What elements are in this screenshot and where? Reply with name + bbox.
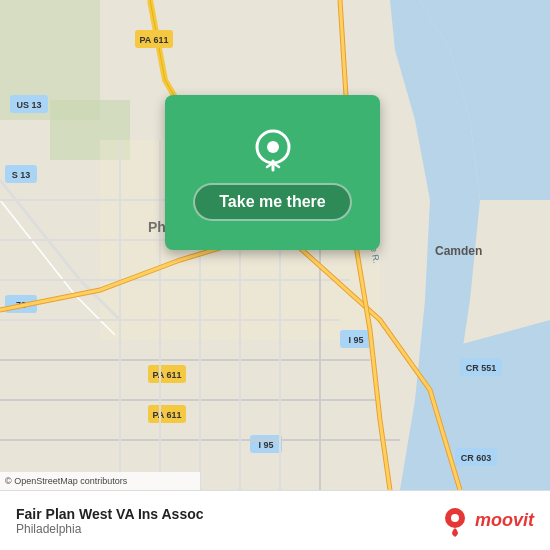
location-city: Philadelphia bbox=[16, 522, 204, 536]
moovit-logo: moovit bbox=[439, 505, 534, 537]
svg-text:I 95: I 95 bbox=[348, 335, 363, 345]
navigation-card: Take me there bbox=[165, 95, 380, 250]
svg-text:CR 551: CR 551 bbox=[466, 363, 497, 373]
svg-text:I 95: I 95 bbox=[258, 440, 273, 450]
moovit-brand-text: moovit bbox=[475, 510, 534, 531]
svg-text:Camden: Camden bbox=[435, 244, 482, 258]
svg-text:US 13: US 13 bbox=[16, 100, 41, 110]
svg-text:PA 611: PA 611 bbox=[139, 35, 168, 45]
svg-text:© OpenStreetMap contributors: © OpenStreetMap contributors bbox=[5, 476, 128, 486]
svg-text:S 13: S 13 bbox=[12, 170, 31, 180]
bottom-bar: Fair Plan West VA Ins Assoc Philadelphia… bbox=[0, 490, 550, 550]
location-info: Fair Plan West VA Ins Assoc Philadelphia bbox=[16, 506, 204, 536]
svg-point-47 bbox=[451, 514, 459, 522]
location-name: Fair Plan West VA Ins Assoc bbox=[16, 506, 204, 522]
map-container: PA 611 PA 611 PA 611 PA 611 US 13 S 13 I… bbox=[0, 0, 550, 490]
location-pin-icon bbox=[249, 125, 297, 173]
svg-text:CR 603: CR 603 bbox=[461, 453, 492, 463]
take-me-there-button[interactable]: Take me there bbox=[193, 183, 351, 221]
svg-point-45 bbox=[267, 141, 279, 153]
svg-text:PA 611: PA 611 bbox=[152, 410, 181, 420]
moovit-icon bbox=[439, 505, 471, 537]
svg-text:PA 611: PA 611 bbox=[152, 370, 181, 380]
